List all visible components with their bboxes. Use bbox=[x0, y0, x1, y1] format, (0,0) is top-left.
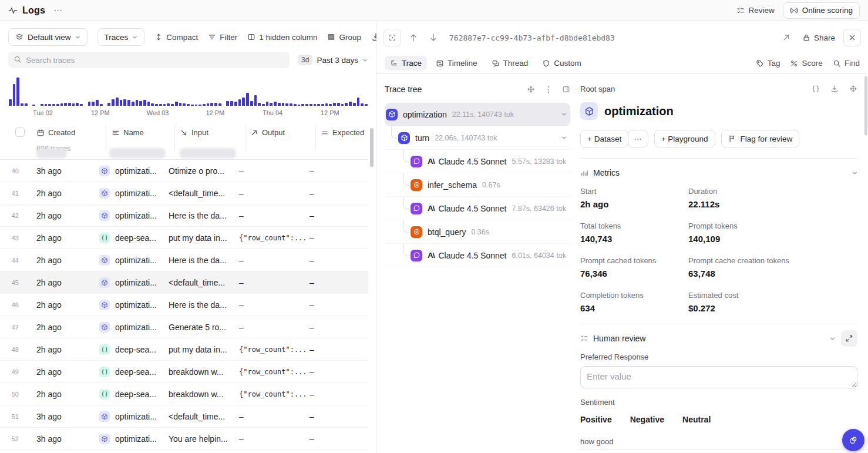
table-row[interactable]: 42 2h ago optimizati... Here is the da..… bbox=[0, 204, 368, 227]
metric-item: Estimated cost$0.272 bbox=[688, 291, 857, 313]
arrow-up-right-icon bbox=[250, 129, 258, 137]
table-row[interactable]: 52 3h ago optimizati... You are helpin..… bbox=[0, 428, 368, 450]
filter-button[interactable]: Filter bbox=[208, 33, 237, 42]
table-row[interactable]: 51 3h ago optimizati... <default_time...… bbox=[0, 405, 368, 428]
group-button[interactable]: Group bbox=[327, 33, 361, 42]
chevron-down-icon[interactable] bbox=[830, 336, 835, 341]
online-scoring-button[interactable]: Online scoring bbox=[783, 2, 860, 19]
trace-tree-row[interactable]: A\ turn 22.06s, 140743 tok bbox=[385, 126, 570, 150]
chevron-down-icon[interactable] bbox=[561, 135, 567, 140]
cell-expected: – bbox=[309, 233, 368, 243]
tab-custom[interactable]: Custom bbox=[537, 56, 587, 71]
table-row[interactable]: 50 2h ago deep-sea... breakdown w... {"r… bbox=[0, 383, 368, 405]
column-header-created[interactable]: Created bbox=[36, 128, 75, 137]
search-input[interactable] bbox=[8, 52, 290, 68]
table-row[interactable]: 44 2h ago optimizati... Here is the da..… bbox=[0, 249, 368, 271]
move-icon[interactable] bbox=[527, 85, 535, 93]
cell-created: 3h ago bbox=[27, 166, 99, 176]
sentiment-options: PositiveNegativeNeutral bbox=[580, 415, 857, 424]
cell-input: breakdown w... bbox=[169, 390, 239, 399]
table-scrollbar[interactable] bbox=[370, 128, 374, 167]
trace-volume-histogram[interactable]: Tue 0212 PMWed 0312 PMThu 0412 PM bbox=[9, 78, 368, 116]
trace-tree-row[interactable]: A\ Claude 4.5 Sonnet 5.57s, 13283 tok bbox=[385, 150, 570, 173]
x-axis-label: Thu 04 bbox=[263, 109, 282, 116]
flag-for-review-button[interactable]: Flag for review bbox=[721, 130, 800, 147]
score-button[interactable]: Score bbox=[790, 59, 822, 68]
view-selector[interactable]: Default view bbox=[8, 28, 88, 46]
table-row[interactable]: 48 2h ago deep-sea... put my data in... … bbox=[0, 338, 368, 361]
metric-item: Start2h ago bbox=[580, 187, 688, 209]
tree-menu-button[interactable]: ⋮ bbox=[544, 85, 553, 93]
cell-output: – bbox=[239, 278, 309, 287]
trace-tree-row[interactable]: A\ optimization 22.11s, 140743 tok bbox=[385, 103, 570, 126]
table-row[interactable]: 49 2h ago deep-sea... breakdown w... {"r… bbox=[0, 361, 368, 383]
panel-toggle-icon[interactable] bbox=[562, 85, 570, 93]
column-divider bbox=[174, 125, 175, 151]
cell-input: breakdown w... bbox=[169, 367, 239, 377]
trace-tree-row[interactable]: A\ btql_query 0.36s bbox=[385, 220, 570, 244]
cell-output: – bbox=[239, 211, 309, 220]
add-to-dataset-button[interactable]: + Dataset bbox=[580, 130, 628, 147]
chevron-down-icon[interactable] bbox=[852, 170, 857, 176]
table-row[interactable]: 41 2h ago optimizati... <default_time...… bbox=[0, 182, 368, 204]
column-header-output[interactable]: Output bbox=[250, 128, 285, 137]
review-button[interactable]: Review bbox=[736, 6, 774, 15]
hidden-columns-button[interactable]: 1 hidden column bbox=[247, 33, 317, 42]
table-row[interactable]: 43 2h ago deep-sea... put my data in... … bbox=[0, 227, 368, 249]
cell-created: 2h ago bbox=[27, 189, 99, 198]
add-to-playground-button[interactable]: + Playground bbox=[654, 130, 715, 147]
table-row[interactable]: 40 3h ago optimizati... Otimize o pro...… bbox=[0, 160, 368, 182]
trace-tree-row[interactable]: A\ Claude 4.5 Sonnet 6.01s, 64034 tok bbox=[385, 244, 570, 267]
open-full-page-button[interactable] bbox=[779, 30, 794, 45]
chevron-down-icon[interactable] bbox=[561, 112, 567, 117]
next-trace-button[interactable] bbox=[426, 30, 441, 45]
tag-button[interactable]: Tag bbox=[756, 59, 780, 68]
share-button[interactable]: Share bbox=[802, 33, 835, 42]
prev-trace-button[interactable] bbox=[406, 30, 421, 45]
code-braces-icon[interactable] bbox=[812, 85, 820, 93]
assistant-fab[interactable] bbox=[842, 429, 864, 451]
detail-scrollbar[interactable] bbox=[864, 76, 867, 135]
focus-span-button[interactable] bbox=[383, 29, 401, 46]
traces-selector[interactable]: Traces bbox=[97, 28, 145, 46]
preferred-response-input[interactable] bbox=[580, 366, 857, 388]
tab-trace[interactable]: Trace bbox=[385, 56, 427, 71]
table-row[interactable]: 45 2h ago optimizati... <default_time...… bbox=[0, 271, 368, 294]
column-header-name[interactable]: Name bbox=[112, 128, 144, 137]
cell-created: 2h ago bbox=[27, 278, 99, 287]
select-all-checkbox[interactable] bbox=[15, 127, 25, 137]
x-axis-label: 12 PM bbox=[321, 109, 339, 116]
time-range-selector[interactable]: 3d Past 3 days bbox=[298, 55, 368, 65]
row-number: 40 bbox=[0, 167, 27, 175]
trace-tree-row[interactable]: A\ Claude 4.5 Sonnet 7.87s, 63426 tok bbox=[385, 197, 570, 220]
page-menu-button[interactable]: ⋯ bbox=[53, 5, 63, 16]
tab-thread[interactable]: Thread bbox=[486, 56, 534, 71]
column-header-expected[interactable]: Expected bbox=[321, 128, 364, 137]
compact-toggle[interactable]: Compact bbox=[154, 33, 198, 42]
sentiment-option-positive[interactable]: Positive bbox=[580, 415, 612, 424]
anthropic-logo: A\ bbox=[428, 251, 435, 260]
find-button[interactable]: Find bbox=[833, 59, 860, 68]
column-header-input[interactable]: Input bbox=[180, 128, 208, 137]
download-icon[interactable] bbox=[830, 85, 839, 93]
close-panel-button[interactable] bbox=[843, 29, 861, 46]
cell-expected: – bbox=[309, 367, 368, 377]
table-row[interactable]: 46 2h ago optimizati... Here is the da..… bbox=[0, 294, 368, 316]
move-icon[interactable] bbox=[849, 85, 857, 93]
review-checklist-icon bbox=[736, 6, 745, 15]
sentiment-option-neutral[interactable]: Neutral bbox=[682, 415, 711, 424]
cell-input: Here is the da... bbox=[169, 211, 239, 220]
table-row[interactable]: 47 2h ago optimizati... Generate 5 ro...… bbox=[0, 316, 368, 338]
trace-tree-row[interactable]: A\ infer_schema 0.67s bbox=[385, 173, 570, 197]
span-title: optimization bbox=[604, 105, 674, 118]
expand-review-button[interactable] bbox=[841, 330, 857, 347]
x-axis-label: 12 PM bbox=[206, 109, 224, 116]
human-review-title: Human review bbox=[593, 334, 645, 343]
sentiment-option-negative[interactable]: Negative bbox=[630, 415, 664, 424]
cell-input: put my data in... bbox=[169, 233, 239, 243]
histogram-bars bbox=[9, 78, 368, 106]
tab-timeline[interactable]: Timeline bbox=[430, 56, 483, 71]
cell-name: deep-sea... bbox=[99, 233, 169, 243]
dataset-more-button[interactable]: ⋯ bbox=[628, 130, 648, 147]
detail-header: 762887e7-cc99-4b73-afbf-d8bde81ebd83 Sha… bbox=[383, 28, 861, 47]
